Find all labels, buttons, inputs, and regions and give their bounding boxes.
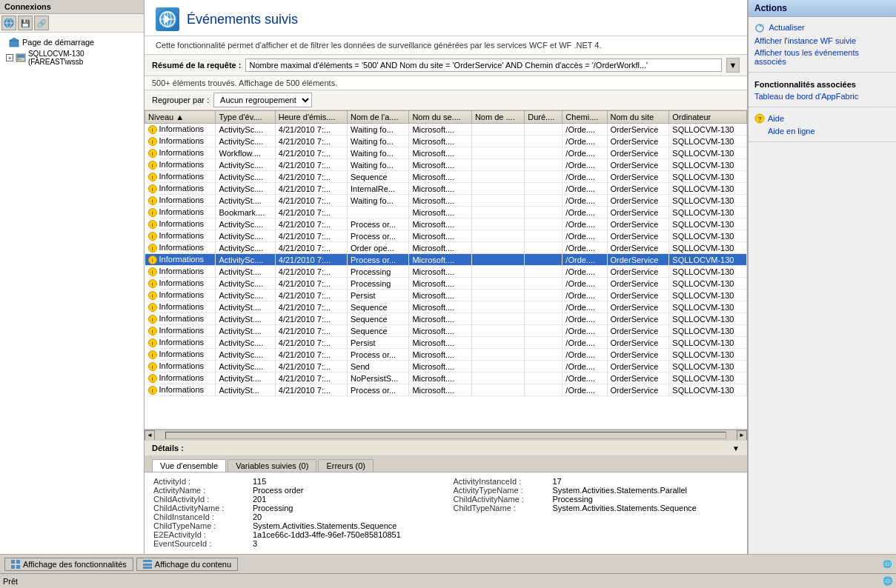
table-cell: SQLLOCVM-130 [669,147,747,159]
table-cell: 4/21/2010 7:... [275,361,347,372]
table-cell: 4/21/2010 7:... [275,313,347,325]
detail-activityid-key: ActivityId : [153,477,250,486]
sidebar-item-home[interactable]: Page de démarrage [0,36,144,49]
h-scrollbar[interactable]: ◄ ► [145,430,747,440]
group-select[interactable]: Aucun regroupement [213,93,312,107]
sidebar: Connexions 💾 🔗 Page de démarrage + SQLLO… [0,0,145,554]
table-cell [471,159,524,171]
detail-childtypename-val: System.Activities.Statements.Sequence [253,521,396,530]
table-cell: SQLLOCVM-130 [669,337,747,349]
feature-view-btn[interactable]: Affichage des fonctionnalités [4,558,133,571]
table-row[interactable]: i InformationsActivitySc....4/21/2010 7:… [145,171,747,183]
info-icon: i [148,244,157,253]
table-row[interactable]: i InformationsBookmark....4/21/2010 7:..… [145,207,747,218]
table-cell: /Orde.... [563,124,607,136]
col-chemin[interactable]: Chemi.... [563,111,607,124]
scroll-track[interactable] [165,432,726,439]
table-cell: /Orde.... [563,337,607,349]
table-cell: ActivitySt.... [216,301,275,313]
table-row[interactable]: i InformationsWorkflow....4/21/2010 7:..… [145,147,747,159]
table-cell: i Informations [145,242,216,254]
table-row[interactable]: i InformationsActivitySc....4/21/2010 7:… [145,124,747,136]
info-icon: i [148,350,157,359]
table-cell: Microsoft.... [409,349,471,361]
table-row[interactable]: i InformationsActivitySc....4/21/2010 7:… [145,337,747,349]
detail-childinstanceid-val: 20 [253,512,262,521]
events-table-container[interactable]: Niveau ▲ Type d'év.... Heure d'émis.... … [145,110,747,430]
table-row[interactable]: i InformationsActivitySc....4/21/2010 7:… [145,183,747,195]
detail-eventsourceid-key: EventSourceId : [153,539,250,548]
sidebar-item-server[interactable]: + SQLLOCVM-130 (FAREAST\wssb [0,49,144,67]
col-niveau[interactable]: Niveau ▲ [145,111,216,124]
table-row[interactable]: i InformationsActivitySt....4/21/2010 7:… [145,325,747,337]
table-cell: OrderService [607,207,669,218]
table-cell: ActivitySc.... [216,183,275,195]
table-cell: SQLLOCVM-130 [669,266,747,278]
table-row[interactable]: i InformationsActivitySc....4/21/2010 7:… [145,218,747,230]
col-ordinateur[interactable]: Ordinateur [669,111,747,124]
table-row[interactable]: i InformationsActivitySt....4/21/2010 7:… [145,372,747,384]
table-cell: i Informations [145,384,216,396]
table-row[interactable]: i InformationsActivitySc....4/21/2010 7:… [145,349,747,361]
table-cell: i Informations [145,301,216,313]
table-row[interactable]: i InformationsActivitySc....4/21/2010 7:… [145,278,747,290]
scroll-right-btn[interactable]: ► [737,430,747,441]
col-nomApp[interactable]: Nom de l'a.... [348,111,409,124]
globe-btn[interactable] [1,16,16,30]
table-cell [471,183,524,195]
table-row[interactable]: i InformationsActivitySt...4/21/2010 7:.… [145,384,747,396]
tab-variables[interactable]: Variables suivies (0) [228,459,316,472]
table-cell: ActivitySt.... [216,195,275,207]
scroll-left-btn[interactable]: ◄ [145,430,155,441]
col-type[interactable]: Type d'év.... [216,111,275,124]
connect-btn[interactable]: 🔗 [34,16,49,30]
table-row[interactable]: i InformationsActivitySt....4/21/2010 7:… [145,301,747,313]
table-cell: Sequence [348,171,409,183]
table-row[interactable]: i InformationsActivitySc....4/21/2010 7:… [145,290,747,301]
save-btn[interactable]: 💾 [18,16,33,30]
table-cell: Microsoft.... [409,372,471,384]
tab-overview[interactable]: Vue d'ensemble [152,459,226,472]
content-view-btn[interactable]: Affichage du contenu [136,558,238,571]
table-row[interactable]: i InformationsActivitySc....4/21/2010 7:… [145,242,747,254]
table-cell: 4/21/2010 7:... [275,159,347,171]
svg-rect-6 [17,55,24,58]
col-nomSite[interactable]: Nom du site [607,111,669,124]
query-dropdown-btn[interactable]: ▼ [726,58,740,73]
table-cell: Process or... [348,254,409,266]
table-cell [471,136,524,147]
action-show-wf-instance[interactable]: Afficher l'instance WF suivie [754,35,890,47]
svg-point-7 [17,59,19,60]
action-appfabric-dashboard[interactable]: Tableau de bord d'AppFabric [754,90,890,102]
action-refresh[interactable]: Actualiser [754,21,890,35]
table-row[interactable]: i InformationsActivitySt....4/21/2010 7:… [145,266,747,278]
table-cell: /Orde.... [563,171,607,183]
col-nomDe[interactable]: Nom de .... [471,111,524,124]
table-row[interactable]: i InformationsActivitySc....4/21/2010 7:… [145,136,747,147]
tab-errors[interactable]: Erreurs (0) [318,459,374,472]
table-row[interactable]: i InformationsActivitySc....4/21/2010 7:… [145,254,747,266]
col-heure[interactable]: Heure d'émis.... [275,111,347,124]
expand-server[interactable]: + [6,54,13,61]
table-row[interactable]: i InformationsActivitySc....4/21/2010 7:… [145,159,747,171]
action-show-all-events[interactable]: Afficher tous les événements associés [754,47,890,67]
table-cell: ActivitySc.... [216,290,275,301]
table-row[interactable]: i InformationsActivitySt....4/21/2010 7:… [145,195,747,207]
table-cell: SQLLOCVM-130 [669,325,747,337]
table-cell: Process or... [348,384,409,396]
table-cell: Microsoft.... [409,183,471,195]
table-row[interactable]: i InformationsActivitySc....4/21/2010 7:… [145,361,747,372]
table-row[interactable]: i InformationsActivitySc....4/21/2010 7:… [145,230,747,242]
detail-eventsourceid-val: 3 [253,539,257,548]
table-cell: SQLLOCVM-130 [669,278,747,290]
col-nomSe[interactable]: Nom du se.... [409,111,471,124]
details-label: Détails : [152,444,184,452]
table-cell: Waiting fo... [348,159,409,171]
action-online-help[interactable]: Aide en ligne [754,125,890,137]
table-header-row: Niveau ▲ Type d'év.... Heure d'émis.... … [145,111,747,124]
details-collapse-btn[interactable]: ▼ [732,444,740,452]
sidebar-header: Connexions [0,0,144,14]
table-row[interactable]: i InformationsActivitySt....4/21/2010 7:… [145,313,747,325]
table-cell: 4/21/2010 7:... [275,183,347,195]
col-duree[interactable]: Duré.... [525,111,563,124]
